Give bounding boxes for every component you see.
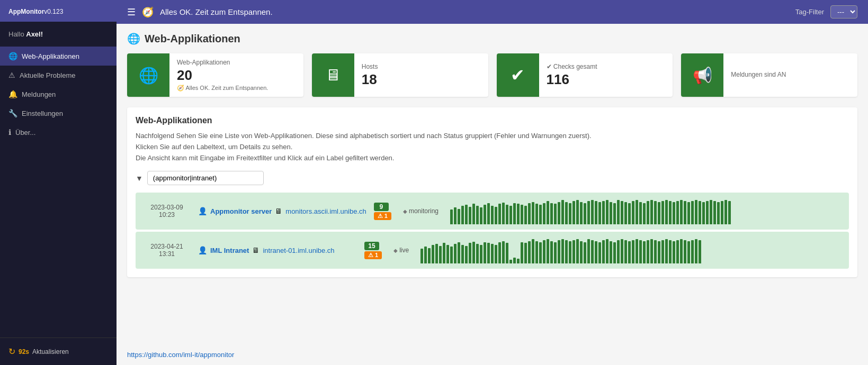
chart-bar (591, 200, 594, 224)
chart-bar (446, 245, 449, 263)
app-name-link[interactable]: IML Intranet (210, 247, 249, 254)
chart-bar (665, 239, 668, 263)
chart-bar (699, 201, 701, 224)
chart-bar (598, 242, 601, 263)
refresh-icon: ↻ (8, 346, 15, 357)
stat-label-checks: ✔ Checks gesamt (547, 63, 597, 70)
github-link[interactable]: https://github.com/iml-it/appmonitor (127, 351, 234, 359)
hamburger-icon[interactable]: ☰ (127, 6, 136, 18)
chart-bar (676, 240, 679, 263)
chart-bar (547, 239, 549, 263)
status-icon: 🧭 (142, 6, 154, 18)
app-name-block: 👤 IML Intranet 🖥 intranet-01.iml.unibe.c… (198, 246, 357, 254)
badge-count: 15 (364, 242, 379, 250)
topbar: ☰ 🧭 Alles OK. Zeit zum Entspannen. Tag-F… (117, 0, 868, 24)
filter-input[interactable] (147, 171, 264, 185)
chart-bar (584, 203, 586, 224)
sidebar-item-aktuelle-probleme[interactable]: ⚠ Aktuelle Probleme (0, 66, 117, 85)
chart-bar (513, 203, 516, 224)
chart-bar (576, 239, 579, 263)
chart-bar (606, 239, 609, 263)
chart-bar (710, 200, 712, 224)
chart-bar (691, 201, 694, 224)
chart-bar (495, 245, 497, 263)
chart-bar (628, 203, 631, 224)
chart-bar (621, 239, 623, 263)
tag-filter-label: Tag-Filter (795, 8, 824, 16)
chart-bar (572, 201, 575, 224)
sidebar: AppMonitorv0.123 Hallo Axel! 🌐 Web-Appli… (0, 0, 117, 365)
host-icon: 🖥 (252, 246, 259, 254)
sidebar-footer: ↻ 92s Aktualisieren (0, 337, 117, 365)
sidebar-item-einstellungen[interactable]: 🔧 Einstellungen (0, 104, 117, 123)
chart-bar (491, 206, 494, 224)
app-name: AppMonitorv0.123 (8, 8, 63, 15)
chart-bar (458, 209, 460, 224)
chart-bar (680, 200, 683, 224)
chart-bar (498, 204, 501, 224)
chart-bar (550, 241, 553, 263)
app-name-link[interactable]: Appmonitor server (210, 207, 272, 215)
app-host-link[interactable]: intranet-01.iml.unibe.ch (263, 247, 334, 254)
host-icon: 🖥 (275, 207, 282, 215)
chart-bar (424, 247, 427, 263)
sidebar-item-web-applikationen[interactable]: 🌐 Web-Applikationen (0, 47, 117, 66)
chart-bar (469, 243, 471, 263)
chart-bar (506, 205, 508, 224)
section-title: Web-Applikationen (136, 116, 849, 125)
chart-bar (587, 201, 590, 224)
app-host-link[interactable]: monitors.ascii.iml.unibe.ch (285, 207, 366, 215)
sidebar-item-meldungen[interactable]: 🔔 Meldungen (0, 85, 117, 104)
chart-bar (550, 203, 553, 224)
chart-bar (717, 202, 720, 224)
chart-bar (576, 200, 579, 224)
chart-bar (699, 240, 701, 263)
chart-bar (702, 202, 705, 224)
chart-bar (569, 241, 571, 263)
chart-bar (484, 242, 486, 263)
chart-bar (450, 247, 453, 263)
stat-card-webapps: 🌐 Web-Applikationen 20 🧭 Alles OK. Zeit … (127, 53, 303, 97)
chart-bar (528, 203, 531, 224)
chart-bar (684, 240, 686, 263)
sidebar-item-ueber[interactable]: ℹ Über... (0, 123, 117, 142)
tag-item[interactable]: live (393, 247, 409, 254)
chart-bar (647, 201, 649, 224)
section-description: Nachfolgend Sehen Sie eine Liste von Web… (136, 131, 849, 163)
chart-bar (506, 243, 508, 263)
chart-bar (461, 206, 464, 224)
sidebar-item-label: Meldungen (22, 90, 56, 98)
chart-bar (502, 241, 505, 263)
chart-bar (728, 201, 731, 224)
chart-bar (428, 248, 431, 263)
stat-icon-globe: 🌐 (127, 53, 169, 97)
app-icon: 👤 (198, 246, 207, 254)
chart-bar (465, 246, 468, 263)
stat-icon-server: 🖥 (312, 53, 354, 97)
chart-bar (654, 201, 657, 224)
chart-bar (613, 242, 616, 263)
chart-bar (610, 202, 612, 224)
chart-bar (624, 202, 627, 224)
chart-bar (658, 241, 660, 263)
chart-bar (647, 240, 649, 263)
chart-bar (420, 249, 423, 263)
app-title: AppMonitorv0.123 (0, 0, 117, 22)
status-text: Alles OK. Zeit zum Entspannen. (160, 7, 789, 16)
filter-bar: ▼ (136, 171, 849, 185)
chart-bar (480, 245, 482, 263)
chart-bar (713, 201, 716, 224)
app-version: v0.123 (44, 8, 63, 15)
page-title-icon: 🌐 (127, 32, 140, 45)
stat-sub-webapps: 🧭 Alles OK. Zeit zum Entspannen. (177, 85, 268, 92)
chart-bar (654, 240, 657, 263)
chart-bar (472, 204, 475, 224)
tag-item[interactable]: monitoring (403, 207, 439, 215)
refresh-label[interactable]: Aktualisieren (32, 348, 69, 355)
app-tags: monitoring (403, 207, 439, 215)
chart-bar (521, 205, 523, 224)
tag-filter-select[interactable]: --- (830, 5, 857, 19)
chart-bar (639, 202, 642, 224)
chart-bar (558, 202, 560, 224)
chart-bar (628, 241, 631, 263)
